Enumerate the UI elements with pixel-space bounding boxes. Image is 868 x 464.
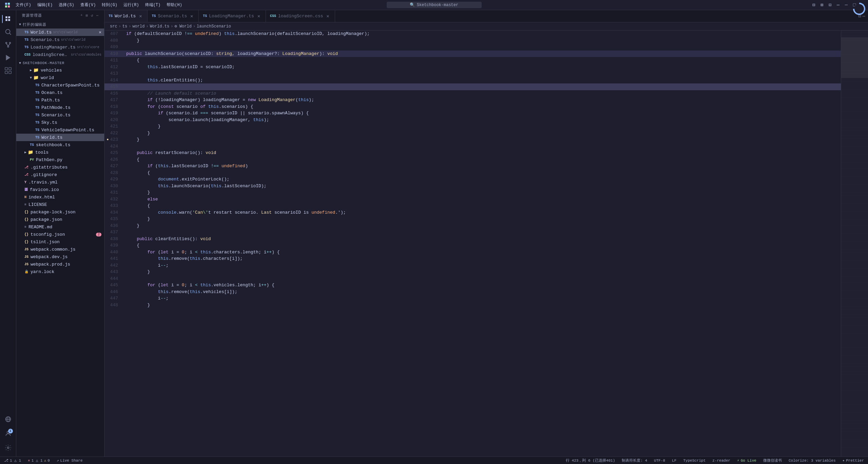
language-item[interactable]: TypeScript xyxy=(682,459,707,463)
tab-loadingScreen-css[interactable]: CSS loadingScreen.css ✕ xyxy=(266,10,335,22)
open-editor-item[interactable]: TS Scenario.ts src\ts\world xyxy=(16,36,104,43)
minimize-btn[interactable]: ─ xyxy=(844,2,849,8)
tree-item-PathNode-ts[interactable]: TS PathNode.ts xyxy=(16,104,104,111)
breadcrumb-world[interactable]: world xyxy=(132,24,144,29)
tree-item-webpack-dev-js[interactable]: JS webpack.dev.js xyxy=(16,253,104,260)
prettier-item[interactable]: ✦ Prettier xyxy=(841,458,865,463)
menu-help[interactable]: 帮助(H) xyxy=(164,1,185,8)
cursor-position-item[interactable]: 行 423，列 6 (已选择401) xyxy=(564,458,616,463)
live-share-item[interactable]: ↗ Live Share xyxy=(55,458,84,463)
open-editor-item[interactable]: TS World.ts src\ts\world ✕ xyxy=(16,28,104,36)
tree-item-vehicles[interactable]: ▶ 📁 vehicles xyxy=(16,66,104,74)
menu-edit[interactable]: 编辑(E) xyxy=(35,1,56,8)
tree-item-world[interactable]: ▼ 📁 world xyxy=(16,74,104,81)
more-actions-icon[interactable]: ⋯ xyxy=(863,13,865,19)
project-header[interactable]: SKETCHBOOK-MASTER xyxy=(16,60,104,66)
menu-view[interactable]: 查看(V) xyxy=(78,1,99,8)
refresh-icon[interactable]: ↺ xyxy=(91,13,94,18)
z-reader-item[interactable]: z-reader xyxy=(711,459,732,463)
search-activity-btn[interactable] xyxy=(2,26,14,38)
error-badge: 2 xyxy=(96,233,101,236)
remote-activity-btn[interactable] xyxy=(2,413,14,425)
tree-item-tslint-json[interactable]: {} tslint.json xyxy=(16,238,104,246)
dots-icon[interactable]: ⋯ xyxy=(835,2,841,8)
menu-run[interactable]: 运行(R) xyxy=(121,1,142,8)
split-icon[interactable]: ⊞ xyxy=(819,2,825,8)
collapse-icon[interactable]: ⋯ xyxy=(96,13,99,18)
colorize-item[interactable]: Colorize: 3 variables xyxy=(787,459,837,463)
tree-item--gitattributes[interactable]: ⎇ .gitattributes xyxy=(16,163,104,171)
file-name: VehicleSpawnPoint.ts xyxy=(41,128,94,133)
tree-item-CharacterSpawnPoint-ts[interactable]: TS CharacterSpawnPoint.ts xyxy=(16,81,104,89)
tab-World-ts[interactable]: TS World.ts ✕ xyxy=(104,10,148,22)
tab-close-btn[interactable]: ✕ xyxy=(325,14,331,19)
tab-LoadingManager-ts[interactable]: TS LoadingManager.ts ✕ xyxy=(199,10,266,22)
tree-item-webpack-prod-js[interactable]: JS webpack.prod.js xyxy=(16,260,104,268)
line-ending-item[interactable]: LF xyxy=(671,459,678,463)
tree-item--gitignore[interactable]: ⎇ .gitignore xyxy=(16,171,104,178)
breadcrumb-src[interactable]: src xyxy=(110,24,117,29)
sidebar: 资源管理器 + ⊞ ↺ ⋯ 打开的编辑器 TS World.ts src\ts\… xyxy=(16,10,104,457)
tab-Scenario-ts[interactable]: TS Scenario.ts ✕ xyxy=(148,10,199,22)
open-editor-item[interactable]: CSS loadingScreen.css src\css\modules xyxy=(16,51,104,58)
new-folder-icon[interactable]: ⊞ xyxy=(85,13,88,18)
tree-item-tsconfig-json[interactable]: {} tsconfig.json 2 xyxy=(16,231,104,238)
open-editors-header[interactable]: 打开的编辑器 xyxy=(16,21,104,28)
menu-select[interactable]: 选择(S) xyxy=(56,1,77,8)
tree-item-Path-ts[interactable]: TS Path.ts xyxy=(16,96,104,104)
tree-item-PathGen-py[interactable]: PY PathGen.py xyxy=(16,156,104,163)
tree-item-Ocean-ts[interactable]: TS Ocean.ts xyxy=(16,89,104,96)
git-status-item[interactable]: ⎇ 1 △ 1 xyxy=(3,458,22,463)
search-bar[interactable]: 🔍 Sketchbook-master xyxy=(387,2,482,8)
tree-item-yarn-lock[interactable]: 🔒 yarn.lock xyxy=(16,268,104,275)
file-name: .gitignore xyxy=(31,172,57,177)
close-file-icon[interactable]: ✕ xyxy=(99,30,101,35)
extensions-activity-btn[interactable] xyxy=(2,64,14,77)
breadcrumb-class[interactable]: ⚙ World xyxy=(174,24,191,29)
menu-goto[interactable]: 转到(G) xyxy=(99,1,120,8)
menu-file[interactable]: 文件(F) xyxy=(13,1,34,8)
panel-icon[interactable]: ⊡ xyxy=(827,2,833,8)
breadcrumb-worldts[interactable]: World.ts xyxy=(150,24,170,29)
tree-item-README-md[interactable]: ≡ README.md xyxy=(16,223,104,231)
svg-rect-5 xyxy=(6,19,7,21)
run-debug-activity-btn[interactable] xyxy=(2,52,14,64)
tree-item-package-json[interactable]: {} package.json xyxy=(16,216,104,223)
tree-item-index-html[interactable]: H index.html xyxy=(16,193,104,201)
tree-item-sketchbook-ts[interactable]: TS sketchbook.ts xyxy=(16,141,104,149)
account-activity-btn[interactable]: 1 xyxy=(2,427,14,440)
errors-item[interactable]: ✕ 1 △ 1 ⚠ 0 xyxy=(26,458,51,463)
go-live-item[interactable]: ⚡ Go Live xyxy=(736,458,758,463)
settings-activity-btn[interactable] xyxy=(2,442,14,454)
open-editor-item[interactable]: TS LoadingManager.ts src\ts\core xyxy=(16,43,104,51)
code-editor[interactable]: 407if (defaultScenarioID !== undefined) … xyxy=(104,31,841,457)
tree-item-package-lock-json[interactable]: {} package-lock.json xyxy=(16,208,104,216)
tree-item-Scenario-ts[interactable]: TS Scenario.ts xyxy=(16,111,104,119)
layout-icon[interactable]: ⊟ xyxy=(811,2,816,8)
tree-item-LICENSE[interactable]: ≡ LICENSE xyxy=(16,201,104,208)
weixin-item[interactable]: 微微信读书 xyxy=(762,458,783,463)
breadcrumb-ts[interactable]: ts xyxy=(122,24,127,29)
tab-close-btn[interactable]: ✕ xyxy=(189,14,194,19)
tree-item-Sky-ts[interactable]: TS Sky.ts xyxy=(16,119,104,126)
tree-item-VehicleSpawnPoint-ts[interactable]: TS VehicleSpawnPoint.ts xyxy=(16,126,104,134)
code-line: 445 for (let i = 0; i < this.vehicles.le… xyxy=(104,282,841,289)
indent-item[interactable]: 制表符长度: 4 xyxy=(620,458,649,463)
tree-item--travis-yml[interactable]: Y .travis.yml xyxy=(16,178,104,186)
menu-terminal[interactable]: 终端(T) xyxy=(142,1,163,8)
tree-item-tools[interactable]: ▶ 📁 tools xyxy=(16,149,104,156)
encoding-item[interactable]: UTF-8 xyxy=(653,459,667,463)
tree-item-World-ts[interactable]: TS World.ts xyxy=(16,134,104,141)
source-control-activity-btn[interactable] xyxy=(2,39,14,51)
new-file-icon[interactable]: + xyxy=(80,13,83,18)
line-content: public clearEntities(): void xyxy=(123,236,840,243)
tree-item-favicon-ico[interactable]: 🖼 favicon.ico xyxy=(16,186,104,193)
code-line: 446 this.remove(this.vehicles[i]); xyxy=(104,289,841,295)
tab-close-btn[interactable]: ✕ xyxy=(256,14,262,19)
breadcrumb-method[interactable]: launchScenario xyxy=(197,24,231,29)
minimap[interactable] xyxy=(841,31,868,457)
explorer-activity-btn[interactable] xyxy=(2,13,14,25)
line-number: 422 xyxy=(106,130,123,137)
tab-close-btn[interactable]: ✕ xyxy=(138,13,143,19)
tree-item-webpack-common-js[interactable]: JS webpack.common.js xyxy=(16,246,104,253)
